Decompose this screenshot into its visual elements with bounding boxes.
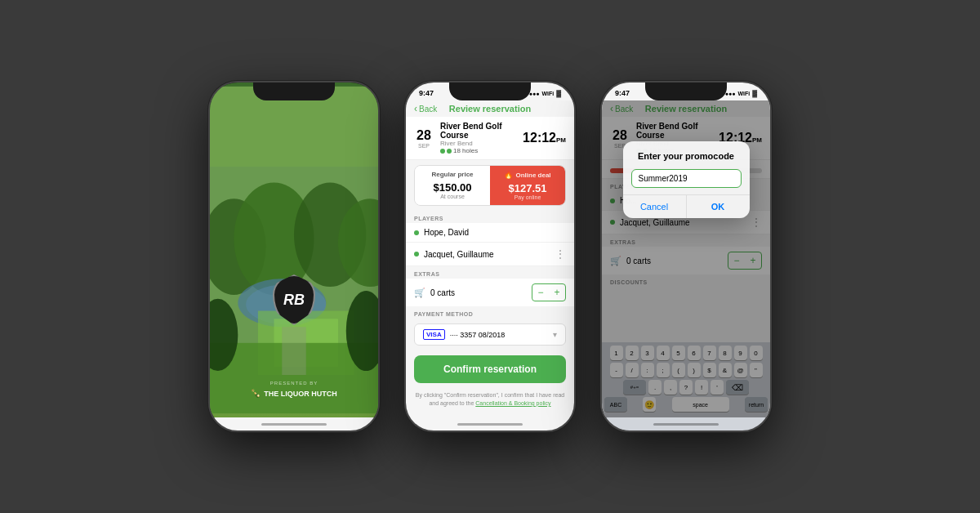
hole-dot2 <box>447 149 452 154</box>
rb-shield-logo: RB <box>273 274 315 325</box>
extras-row: 🛒 0 carts − + <box>406 279 574 306</box>
visa-logo: VISA <box>423 329 445 340</box>
cancel-button[interactable]: Cancel <box>623 195 687 218</box>
status-bar: 9:47 ●●● WiFi ▓ <box>406 83 574 100</box>
course-time: 12:12PM <box>523 131 566 145</box>
payment-info: ···· 3357 08/2018 <box>450 331 553 339</box>
payment-section-label: PAYMENT METHOD <box>406 306 574 319</box>
course-date: 28 SEP <box>414 128 434 149</box>
chevron-down-icon: ▾ <box>553 330 557 339</box>
plus-button[interactable]: + <box>549 284 565 301</box>
promocode-dialog: Enter your promocode Cancel OK <box>623 141 750 218</box>
confirm-reservation-button[interactable]: Confirm reservation <box>414 355 566 383</box>
home-bar <box>210 417 378 430</box>
more-options-icon[interactable]: ⋮ <box>555 248 566 261</box>
pricing-section: Regular price $150.00 At course 🔥 Online… <box>414 165 566 206</box>
status-icons: ●●● WiFi ▓ <box>529 90 561 97</box>
dialog-title: Enter your promocode <box>623 141 750 166</box>
battery-icon: ▓ <box>556 90 561 97</box>
signal-icon-3: ●●● <box>725 91 736 96</box>
status-time: 9:47 <box>419 89 434 97</box>
phone-promocode: 9:47 ●●● WiFi ▓ ‹ Back Review reservatio… <box>600 81 772 432</box>
phone-splash: RB PRESENTED BY 🍾 THE LIQUOR HUTCH <box>208 81 380 432</box>
wifi-icon-3: WiFi <box>737 91 750 96</box>
battery-icon-3: ▓ <box>752 90 757 97</box>
promocode-input[interactable] <box>631 169 742 188</box>
minus-button[interactable]: − <box>532 284 549 301</box>
brand-name: 🍾 THE LIQUOR HUTCH <box>251 389 337 398</box>
player-row-2: Jacquet, Guillaume ⋮ <box>406 243 574 266</box>
ok-button[interactable]: OK <box>687 195 750 218</box>
course-info: River Bend Golf Course River Bend 18 hol… <box>440 122 523 154</box>
payment-row[interactable]: VISA ···· 3357 08/2018 ▾ <box>414 323 566 346</box>
svg-rect-12 <box>282 327 305 375</box>
cart-icon: 🛒 <box>414 288 425 298</box>
player-dot <box>414 230 419 235</box>
presented-by-label: PRESENTED BY <box>251 381 337 386</box>
player-row: Hope, David <box>406 223 574 243</box>
terms-text: By clicking "Confirm reservation", I con… <box>406 388 574 416</box>
nav-bar: ‹ Back Review reservation <box>406 100 574 117</box>
players-section-label: PLAYERS <box>406 211 574 223</box>
terms-link[interactable]: Cancellation & Booking policy <box>475 400 550 406</box>
signal-icon: ●●● <box>529 91 540 96</box>
course-header: 28 SEP River Bend Golf Course River Bend… <box>406 117 574 160</box>
status-icons-3: ●●● WiFi ▓ <box>725 90 757 97</box>
home-bar-3 <box>602 417 770 430</box>
fire-icon: 🔥 <box>504 171 513 179</box>
online-deal-option[interactable]: 🔥 Online deal $127.51 Pay online <box>490 166 565 205</box>
hole-dot <box>440 149 445 154</box>
status-bar-3: 9:47 ●●● WiFi ▓ <box>602 83 770 100</box>
status-time-3: 9:47 <box>615 89 630 97</box>
svg-rect-13 <box>210 87 378 167</box>
back-button[interactable]: ‹ Back <box>414 103 437 114</box>
back-arrow-icon: ‹ <box>414 103 417 114</box>
player-dot-2 <box>414 252 419 256</box>
home-bar-2 <box>406 417 574 430</box>
dialog-overlay: Enter your promocode Cancel OK <box>602 100 770 417</box>
dialog-buttons: Cancel OK <box>623 194 750 218</box>
nav-title: Review reservation <box>449 104 531 114</box>
wifi-icon: WiFi <box>541 91 554 96</box>
phone-reservation: 9:47 ●●● WiFi ▓ ‹ Back Review reservatio… <box>404 81 576 432</box>
course-holes: 18 holes <box>440 147 523 154</box>
extras-section-label: EXTRAS <box>406 266 574 279</box>
rb-initials: RB <box>283 292 305 309</box>
quantity-control[interactable]: − + <box>532 283 566 301</box>
regular-price-option[interactable]: Regular price $150.00 At course <box>415 166 490 205</box>
